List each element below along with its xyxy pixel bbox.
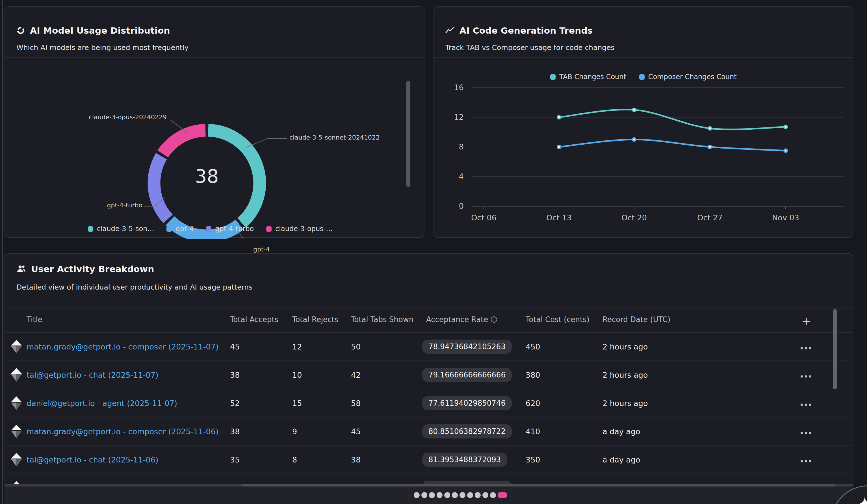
donut-legend-item[interactable]: gpt-4 [167,225,194,233]
row-acceptance-rate-badge: 79.16666666666666 [422,368,512,382]
row-entity-icon [10,396,23,410]
row-total-rejects: 10 [292,371,302,379]
trend-line-chart[interactable]: 1612840Oct 06Oct 13Oct 20Oct 27Nov 03 [434,58,854,239]
donut-total-value: 38 [176,165,238,187]
code-trends-card: AI Code Generation Trends Track TAB vs C… [434,6,854,238]
page-dot[interactable] [475,492,481,498]
user-activity-title-row: User Activity Breakdown [17,264,154,274]
svg-text:Oct 06: Oct 06 [471,213,496,222]
row-total-tabs: 38 [351,455,361,464]
row-menu-button[interactable] [795,399,817,408]
donut-callout-label: gpt-4 [253,246,270,253]
column-header-rate[interactable]: Acceptance Ratei [426,315,497,324]
table-hscrollbar-thumb[interactable] [241,484,835,486]
row-total-tabs: 45 [351,427,361,436]
model-usage-card-title-row: AI Model Usage Distribution [17,25,170,35]
donut-segment-gpt-4-turbo[interactable] [154,156,168,219]
row-title-link[interactable]: tal@getport.io - chat (2025-11-06) [26,455,158,464]
donut-segment-claude-3-opus-20240229[interactable] [163,130,205,154]
row-menu-button[interactable] [795,342,817,351]
legend-swatch [167,226,172,232]
table-body: matan.grady@getport.io - composer (2025-… [5,333,853,490]
row-total-accepts: 35 [230,455,240,464]
cursor-logo-icon [10,452,23,467]
user-activity-subtitle: Detailed view of individual user product… [17,283,252,291]
code-trends-title-row: AI Code Generation Trends [445,25,593,35]
column-header-tabs[interactable]: Total Tabs Shown [351,315,414,324]
column-header-rejects[interactable]: Total Rejects [292,315,338,324]
row-total-cost: 380 [526,371,540,379]
donut-legend-item[interactable]: claude-3-opus-… [266,225,333,233]
pagination-dots[interactable] [414,492,507,498]
column-header-title[interactable]: Title [26,315,42,324]
model-usage-subtitle: Which AI models are being used most freq… [17,43,189,52]
row-total-accepts: 45 [230,342,240,351]
row-menu-button[interactable] [795,455,817,464]
cursor-logo-icon [10,367,23,382]
ellipsis-icon [801,347,811,350]
row-total-tabs: 50 [351,342,361,351]
row-total-cost: 410 [526,427,540,436]
add-column-button[interactable]: + [800,315,813,328]
page-dot[interactable] [482,492,488,498]
row-entity-icon [10,367,23,382]
row-menu-button[interactable] [795,427,817,436]
row-total-accepts: 38 [230,371,240,379]
row-entity-icon [10,452,23,467]
page-dot[interactable] [460,492,465,498]
page-left-edge [2,0,3,504]
card-scrollbar-thumb[interactable] [406,81,410,187]
row-title-link[interactable]: daniel@getport.io - agent (2025-11-07) [26,399,177,408]
svg-text:Nov 03: Nov 03 [772,213,799,222]
row-title-link[interactable]: matan.grady@getport.io - composer (2025-… [26,342,218,351]
model-usage-card: AI Model Usage Distribution Which AI mod… [4,6,425,238]
row-total-rejects: 9 [292,427,297,436]
row-total-accepts: 38 [230,427,240,436]
page-dot-active[interactable] [497,492,507,498]
row-title-link[interactable]: tal@getport.io - chat (2025-11-07) [26,371,158,379]
row-record-date: 2 hours ago [602,342,648,351]
page-dot[interactable] [444,492,450,498]
table-row: tal@getport.io - chat (2025-11-07)381042… [5,361,853,389]
table-scrollbar-thumb[interactable] [833,309,837,389]
page-dot[interactable] [414,492,420,498]
donut-legend-item[interactable]: gpt-4-turbo [206,225,254,233]
row-total-tabs: 58 [351,399,361,408]
cursor-logo-icon [10,424,23,439]
donut-legend-item[interactable]: claude-3-5-son… [88,225,154,233]
page-dot[interactable] [421,492,427,498]
row-acceptance-rate-badge: 80.85106382978722 [422,424,512,438]
user-activity-card: User Activity Breakdown Detailed view of… [4,253,854,504]
info-icon[interactable]: i [491,317,497,323]
donut-callout-label: gpt-4-turbo [107,202,142,209]
legend-swatch [88,226,93,232]
cursor-logo-icon [10,339,23,354]
row-acceptance-rate-badge: 81.3953488372093 [422,453,507,467]
page-dot[interactable] [452,492,458,498]
svg-text:Oct 20: Oct 20 [621,213,647,222]
row-acceptance-rate-badge: 78.94736842105263 [422,340,512,354]
row-menu-button[interactable] [795,371,817,379]
page-dot[interactable] [490,492,496,498]
svg-text:0: 0 [459,202,464,211]
page-dot[interactable] [467,492,473,498]
code-trends-subtitle: Track TAB vs Composer usage for code cha… [445,43,615,52]
bottom-bar [4,486,854,504]
legend-label: claude-3-5-son… [97,225,154,233]
column-header-accepts[interactable]: Total Accepts [230,315,278,324]
model-usage-card-header: AI Model Usage Distribution Which AI mod… [5,7,424,58]
trend-chart-area: TAB Changes CountComposer Changes Count … [434,58,853,237]
column-header-cost[interactable]: Total Cost (cents) [526,315,589,324]
donut-chart-icon [17,26,25,35]
page-dot[interactable] [429,492,435,498]
page-dot[interactable] [437,492,442,498]
trend-line-icon [445,26,454,34]
column-header-date[interactable]: Record Date (UTC) [602,315,670,324]
row-title-link[interactable]: matan.grady@getport.io - composer (2025-… [26,427,218,436]
row-total-accepts: 52 [230,399,240,408]
donut-chart[interactable] [5,58,425,239]
legend-swatch [266,226,271,232]
row-total-cost: 450 [526,342,540,351]
donut-callout-label: claude-3-opus-20240229 [89,114,167,121]
svg-text:12: 12 [454,113,464,121]
